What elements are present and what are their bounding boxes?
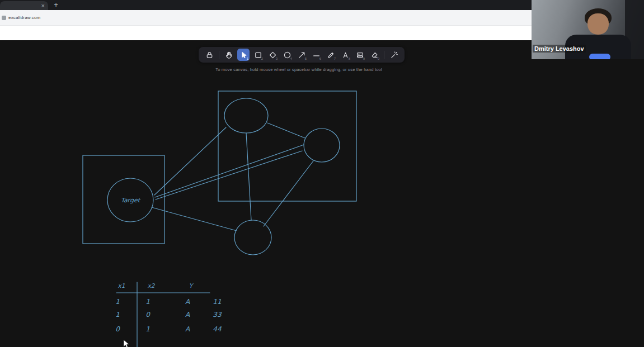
laser-icon xyxy=(390,51,398,59)
diagram-connector-line[interactable] xyxy=(246,133,251,220)
tool-shortcut-label: 4 xyxy=(290,57,292,60)
table-cell[interactable]: 1 xyxy=(115,298,120,306)
diagram-node-circle[interactable] xyxy=(224,98,268,133)
toolbar-divider xyxy=(384,51,384,59)
tool-shortcut-label: 7 xyxy=(334,57,336,60)
tool-hand-button[interactable] xyxy=(223,49,235,61)
table-cell[interactable]: 33 xyxy=(213,311,222,319)
table-cell[interactable]: 0 xyxy=(145,311,151,319)
tool-arrow-button[interactable]: 5 xyxy=(295,49,308,61)
mouse-cursor-icon xyxy=(123,340,131,347)
webcam-name-label: Dmitry Levashov xyxy=(533,45,586,53)
diagram-connector-line[interactable] xyxy=(156,151,302,199)
diagram-rectangle[interactable] xyxy=(218,91,356,201)
tool-diamond-button[interactable]: 3 xyxy=(266,49,279,61)
tab-close-icon[interactable]: × xyxy=(41,2,45,9)
url-text[interactable]: excalidraw.com xyxy=(8,15,41,20)
webcam-overlay: Dmitry Levashov xyxy=(532,0,644,59)
diagram-node-circle[interactable] xyxy=(304,129,340,162)
table-cell[interactable]: 0 xyxy=(115,325,120,333)
table-header-x1[interactable]: x1 xyxy=(118,282,125,289)
canvas-hint-text: To move canvas, hold mouse wheel or spac… xyxy=(199,67,399,72)
excalidraw-canvas[interactable]: Targetx1x2Y11A1110A3301A44 1234567890 To… xyxy=(0,40,644,347)
tool-shortcut-label: 5 xyxy=(305,57,307,60)
drawing-scene[interactable]: Targetx1x2Y11A1110A3301A44 xyxy=(0,40,644,347)
tool-laser-button[interactable] xyxy=(388,49,400,61)
diagram-connector-line[interactable] xyxy=(267,123,305,138)
lock-icon xyxy=(205,51,214,59)
site-favicon-icon xyxy=(2,16,6,20)
table-header-x2[interactable]: x2 xyxy=(148,282,156,289)
tool-shortcut-label: 3 xyxy=(276,57,278,60)
tool-shortcut-label: 1 xyxy=(247,57,248,60)
tool-shortcut-label: 9 xyxy=(363,57,365,60)
browser-tab[interactable]: × xyxy=(0,1,48,10)
tool-image-button[interactable]: 9 xyxy=(354,49,366,61)
tool-eraser-button[interactable]: 0 xyxy=(368,49,380,61)
table-cell[interactable]: 1 xyxy=(145,325,150,333)
table-cell[interactable]: 44 xyxy=(213,325,222,333)
tool-line-button[interactable]: 6 xyxy=(310,49,322,61)
tool-lock-button[interactable] xyxy=(203,49,215,61)
table-cell[interactable]: A xyxy=(185,298,190,306)
diagram-connector-line[interactable] xyxy=(264,161,313,226)
table-cell[interactable]: 1 xyxy=(145,298,150,306)
toolbar-divider xyxy=(219,51,219,59)
tool-draw-button[interactable]: 7 xyxy=(325,49,337,61)
new-tab-button[interactable]: + xyxy=(51,1,60,9)
table-cell[interactable]: A xyxy=(185,311,190,319)
app-window: × + excalidraw.com Targetx1x2Y11A1110A33… xyxy=(0,0,644,347)
tool-ellipse-button[interactable]: 4 xyxy=(281,49,293,61)
target-node-label[interactable]: Target xyxy=(121,197,141,204)
table-cell[interactable]: A xyxy=(185,325,190,333)
tool-shortcut-label: 2 xyxy=(261,57,263,60)
diagram-connector-line[interactable] xyxy=(155,145,304,197)
table-cell[interactable]: 1 xyxy=(115,311,120,319)
tool-shortcut-label: 8 xyxy=(349,57,350,60)
tool-shortcut-label: 6 xyxy=(319,57,321,60)
table-cell[interactable]: 11 xyxy=(213,298,221,306)
blue-indicator xyxy=(589,54,610,59)
diagram-node-circle[interactable] xyxy=(234,220,271,255)
table-header-Y[interactable]: Y xyxy=(189,282,194,289)
excalidraw-toolbar: 1234567890 xyxy=(199,47,405,63)
tool-rectangle-button[interactable]: 2 xyxy=(252,49,264,61)
hand-icon xyxy=(225,51,233,59)
webcam-person-face xyxy=(587,13,609,35)
tool-shortcut-label: 0 xyxy=(378,57,379,60)
tool-text-button[interactable]: 8 xyxy=(339,49,351,61)
tool-selection-button[interactable]: 1 xyxy=(237,49,250,61)
